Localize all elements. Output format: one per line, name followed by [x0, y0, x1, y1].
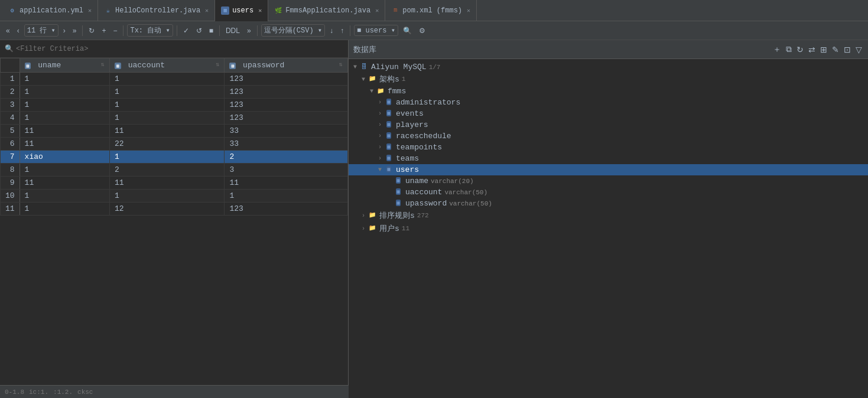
db-refresh-btn[interactable]: ↻	[795, 44, 805, 55]
cell-uaccount[interactable]: 1	[109, 112, 224, 125]
tab-pom-xml[interactable]: m pom.xml (fmms) ✕	[385, 0, 477, 21]
tree-yonghu[interactable]: › 📁 用户s 11	[349, 222, 868, 235]
cell-uaccount[interactable]: 1	[109, 86, 224, 99]
cell-uaccount[interactable]: 1	[109, 190, 224, 203]
tree-col-uname[interactable]: ▦ uname varchar(20)	[349, 175, 868, 187]
table-row[interactable]: 5111133	[1, 125, 348, 138]
cell-upassword[interactable]: 123	[225, 86, 348, 99]
cell-uaccount[interactable]: 2	[109, 164, 224, 177]
cell-uname[interactable]: 1	[19, 164, 109, 177]
tree-col-uaccount[interactable]: ▦ uaccount varchar(50)	[349, 187, 868, 198]
tree-jiagous[interactable]: ▼ 📁 架构s 1	[349, 73, 868, 86]
tree-raceschedule[interactable]: › ▦ raceschedule	[349, 131, 868, 142]
db-copy-btn[interactable]: ⧉	[785, 44, 793, 55]
settings-btn[interactable]: ⚙	[417, 25, 428, 36]
revert-btn[interactable]: ↺	[194, 25, 204, 36]
cell-uaccount[interactable]: 22	[109, 138, 224, 151]
tab-users[interactable]: ▦ users ✕	[215, 0, 268, 21]
submit-btn[interactable]: ✓	[181, 25, 191, 36]
tree-events[interactable]: › ▦ events	[349, 108, 868, 119]
cell-uname[interactable]: 11	[19, 138, 109, 151]
sort-arrows-uname[interactable]: ⇅	[101, 61, 105, 68]
cell-upassword[interactable]: 3	[225, 164, 348, 177]
close-yml-tab[interactable]: ✕	[88, 7, 92, 14]
remove-row-btn[interactable]: −	[110, 25, 119, 36]
cell-uname[interactable]: 1	[19, 73, 109, 86]
tree-players[interactable]: › ▦ players	[349, 119, 868, 131]
table-row[interactable]: 9111111	[1, 177, 348, 190]
cell-uaccount[interactable]: 1	[109, 73, 224, 86]
cell-upassword[interactable]: 123	[225, 99, 348, 112]
table-row[interactable]: 111123	[1, 73, 348, 86]
nav-last-btn[interactable]: »	[70, 25, 79, 36]
tree-col-upassword[interactable]: ▦ upassword varchar(50)	[349, 198, 868, 209]
more-btn[interactable]: »	[245, 25, 253, 36]
tree-users[interactable]: ▼ ▦ users	[349, 164, 868, 175]
cell-upassword[interactable]: 123	[225, 203, 348, 216]
stop-btn[interactable]: ■	[207, 25, 216, 36]
cell-uname[interactable]: 1	[19, 203, 109, 216]
tree-teampoints[interactable]: › ▦ teampoints	[349, 142, 868, 153]
cell-upassword[interactable]: 123	[225, 73, 348, 86]
close-pom-tab[interactable]: ✕	[467, 7, 470, 14]
cell-upassword[interactable]: 33	[225, 138, 348, 151]
db-export-btn[interactable]: ⊡	[843, 44, 852, 55]
cell-uaccount[interactable]: 11	[109, 177, 224, 190]
cell-uaccount[interactable]: 1	[109, 99, 224, 112]
tab-fmms-application[interactable]: 🌿 FmmsApplication.java ✕	[268, 0, 385, 21]
refresh-btn[interactable]: ↻	[86, 25, 97, 36]
db-edit-btn[interactable]: ✎	[831, 44, 840, 55]
tree-teams[interactable]: › ▦ teams	[349, 153, 868, 164]
cell-upassword[interactable]: 1	[225, 190, 348, 203]
sort-arrows-uaccount[interactable]: ⇅	[216, 61, 219, 68]
csv-dropdown[interactable]: 逗号分隔(CSV) ▾	[261, 24, 325, 37]
tree-paixu[interactable]: › 📁 排序规则s 272	[349, 209, 868, 222]
table-row[interactable]: 211123	[1, 86, 348, 99]
add-row-btn[interactable]: +	[99, 25, 108, 36]
table-row[interactable]: 10111	[1, 190, 348, 203]
tab-application-yml[interactable]: ⚙ application.yml ✕	[2, 0, 98, 21]
nav-next-btn[interactable]: ›	[61, 25, 68, 36]
filter-input[interactable]	[16, 45, 343, 53]
col-header-uname[interactable]: ▦ uname ⇅	[19, 58, 109, 73]
cell-upassword[interactable]: 11	[225, 177, 348, 190]
col-header-uaccount[interactable]: ▦ uaccount ⇅	[109, 58, 224, 73]
sort-arrows-upassword[interactable]: ⇅	[339, 61, 343, 68]
cell-upassword[interactable]: 33	[225, 125, 348, 138]
tree-administrators[interactable]: › ▦ administrators	[349, 97, 868, 108]
col-header-upassword[interactable]: ▦ upassword ⇅	[225, 58, 348, 73]
table-row[interactable]: 311123	[1, 99, 348, 112]
cell-uname[interactable]: 11	[19, 125, 109, 138]
upload-btn[interactable]: ↑	[338, 25, 346, 36]
cell-uaccount[interactable]: 1	[109, 151, 224, 164]
cell-uaccount[interactable]: 12	[109, 203, 224, 216]
cell-uname[interactable]: 1	[19, 99, 109, 112]
search-btn[interactable]: 🔍	[401, 25, 414, 36]
row-count-dropdown[interactable]: 11 行 ▾	[24, 24, 58, 37]
cell-uname[interactable]: 1	[19, 112, 109, 125]
tree-root-aliyun[interactable]: ▼ 🗄 Aliyun MySQL 1/7	[349, 61, 868, 73]
db-view-btn[interactable]: ⊞	[819, 44, 828, 55]
table-row[interactable]: 11112123	[1, 203, 348, 216]
cell-upassword[interactable]: 123	[225, 112, 348, 125]
table-ref-dropdown[interactable]: ■ users ▾	[354, 25, 398, 36]
nav-first-btn[interactable]: «	[4, 25, 12, 36]
ddl-btn[interactable]: DDL	[223, 25, 242, 36]
tab-hello-controller[interactable]: ☕ HelloController.java ✕	[98, 0, 215, 21]
close-users-tab[interactable]: ✕	[258, 7, 262, 14]
db-filter-btn[interactable]: ⇄	[807, 44, 817, 55]
table-row[interactable]: 411123	[1, 112, 348, 125]
cell-uname[interactable]: 1	[19, 86, 109, 99]
tree-fmms[interactable]: ▼ 📁 fmms	[349, 86, 868, 97]
nav-prev-btn[interactable]: ‹	[15, 25, 22, 36]
cell-upassword[interactable]: 2	[225, 151, 348, 164]
table-row[interactable]: 8123	[1, 164, 348, 177]
close-hello-tab[interactable]: ✕	[205, 7, 209, 14]
db-search-filter-btn[interactable]: ▽	[854, 44, 863, 55]
cell-uaccount[interactable]: 11	[109, 125, 224, 138]
tx-dropdown[interactable]: Tx: 自动 ▾	[127, 24, 173, 37]
cell-uname[interactable]: 11	[19, 177, 109, 190]
db-add-btn[interactable]: ＋	[772, 44, 782, 55]
cell-uname[interactable]: 1	[19, 190, 109, 203]
download-btn[interactable]: ↓	[327, 25, 336, 36]
